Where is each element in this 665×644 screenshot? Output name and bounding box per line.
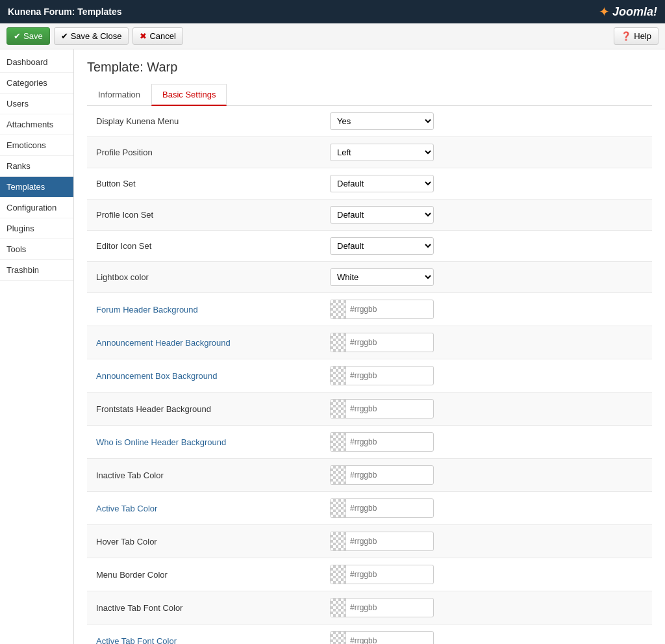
sidebar-item-dashboard[interactable]: Dashboard <box>0 52 73 73</box>
sidebar: DashboardCategoriesUsersAttachmentsEmoti… <box>0 49 74 644</box>
form-row: Forum Header Background <box>87 293 652 326</box>
cancel-icon: ✖ <box>140 31 147 41</box>
form-row: Active Tab Font Color <box>87 625 652 645</box>
form-row: Display Kunena MenuYesNo <box>87 106 652 137</box>
sidebar-item-plugins[interactable]: Plugins <box>0 218 73 239</box>
sidebar-item-users[interactable]: Users <box>0 94 73 114</box>
form-row: Active Tab Color <box>87 492 652 525</box>
form-row: Who is Online Header Background <box>87 426 652 459</box>
top-bar: Kunena Forum: Templates ✦ Joomla! <box>0 0 665 23</box>
form-row: Hover Tab Color <box>87 525 652 558</box>
form-row: Lightbox colorWhiteBlack <box>87 262 652 293</box>
joomla-flame-icon: ✦ <box>599 4 610 19</box>
form-label: Frontstats Header Background <box>87 393 321 426</box>
color-input-wrap <box>330 399 434 419</box>
form-control <box>321 558 652 591</box>
select-lightbox-color[interactable]: WhiteBlack <box>330 268 434 286</box>
save-close-label: Save & Close <box>71 31 122 41</box>
sidebar-item-templates[interactable]: Templates <box>0 177 73 198</box>
sidebar-item-attachments[interactable]: Attachments <box>0 114 73 135</box>
help-button[interactable]: ❓ Help <box>614 27 659 45</box>
help-label: Help <box>634 31 651 41</box>
color-swatch <box>331 565 346 584</box>
color-input-wrap <box>330 366 434 385</box>
color-swatch <box>331 400 346 418</box>
color-input-wrap <box>330 532 434 551</box>
color-swatch <box>331 466 346 484</box>
save-close-button[interactable]: ✔ Save & Close <box>54 27 129 45</box>
sidebar-item-categories[interactable]: Categories <box>0 73 73 94</box>
form-label: Announcement Box Background <box>87 359 321 393</box>
form-control <box>321 293 652 326</box>
form-row: Frontstats Header Background <box>87 393 652 426</box>
main-content: Template: Warp InformationBasic Settings… <box>74 49 665 644</box>
form-control <box>321 625 652 645</box>
color-text-input[interactable] <box>346 634 433 644</box>
form-label: Inactive Tab Color <box>87 459 321 492</box>
form-row: Menu Border Color <box>87 558 652 591</box>
form-control <box>321 459 652 492</box>
color-swatch <box>331 367 346 385</box>
form-control <box>321 359 652 393</box>
color-text-input[interactable] <box>346 501 433 515</box>
form-row: Inactive Tab Color <box>87 459 652 492</box>
form-label: Who is Online Header Background <box>87 426 321 459</box>
form-label: Hover Tab Color <box>87 525 321 558</box>
color-text-input[interactable] <box>346 600 433 615</box>
sidebar-item-trashbin[interactable]: Trashbin <box>0 260 73 281</box>
sidebar-item-tools[interactable]: Tools <box>0 239 73 260</box>
color-text-input[interactable] <box>346 368 433 383</box>
color-text-input[interactable] <box>346 468 433 482</box>
form-table: Display Kunena MenuYesNoProfile Position… <box>87 106 652 644</box>
form-label: Forum Header Background <box>87 293 321 326</box>
layout: DashboardCategoriesUsersAttachmentsEmoti… <box>0 49 665 644</box>
form-control <box>321 326 652 359</box>
form-label: Editor Icon Set <box>87 231 321 262</box>
tab-information[interactable]: Information <box>87 84 151 106</box>
form-row: Editor Icon SetDefault <box>87 231 652 262</box>
color-input-wrap <box>330 631 434 644</box>
save-close-icon: ✔ <box>61 31 68 41</box>
cancel-button[interactable]: ✖ Cancel <box>132 27 182 45</box>
tab-basic-settings[interactable]: Basic Settings <box>151 84 227 106</box>
page-title: Template: Warp <box>87 60 652 75</box>
select-display-kunena-menu[interactable]: YesNo <box>330 112 434 130</box>
color-input-wrap <box>330 300 434 319</box>
color-input-wrap <box>330 432 434 452</box>
color-text-input[interactable] <box>346 335 433 350</box>
select-button-set[interactable]: Default <box>330 175 434 192</box>
color-input-wrap <box>330 465 434 485</box>
toolbar: ✔ Save ✔ Save & Close ✖ Cancel ❓ Help <box>0 23 665 49</box>
form-label: Display Kunena Menu <box>87 106 321 137</box>
sidebar-item-emoticons[interactable]: Emoticons <box>0 135 73 156</box>
form-control <box>321 426 652 459</box>
form-label: Profile Position <box>87 137 321 168</box>
form-label: Active Tab Color <box>87 492 321 525</box>
color-text-input[interactable] <box>346 435 433 449</box>
color-swatch <box>331 599 346 617</box>
sidebar-item-ranks[interactable]: Ranks <box>0 156 73 177</box>
select-editor-icon-set[interactable]: Default <box>330 237 434 255</box>
form-control <box>321 492 652 525</box>
form-label: Active Tab Font Color <box>87 625 321 645</box>
save-button[interactable]: ✔ Save <box>6 27 50 45</box>
form-control: Default <box>321 168 652 200</box>
color-swatch <box>331 532 346 550</box>
color-swatch <box>331 632 346 644</box>
save-icon: ✔ <box>14 31 21 41</box>
color-text-input[interactable] <box>346 534 433 548</box>
form-row: Announcement Header Background <box>87 326 652 359</box>
select-profile-position[interactable]: LeftRight <box>330 144 434 161</box>
sidebar-item-configuration[interactable]: Configuration <box>0 198 73 218</box>
form-control <box>321 591 652 625</box>
form-control <box>321 393 652 426</box>
joomla-logo-text: Joomla! <box>612 5 657 19</box>
color-text-input[interactable] <box>346 567 433 582</box>
color-text-input[interactable] <box>346 402 433 416</box>
window-title: Kunena Forum: Templates <box>8 6 122 17</box>
tabs: InformationBasic Settings <box>87 84 652 106</box>
help-icon: ❓ <box>621 31 631 41</box>
color-text-input[interactable] <box>346 302 433 316</box>
form-label: Button Set <box>87 168 321 200</box>
select-profile-icon-set[interactable]: Default <box>330 206 434 224</box>
